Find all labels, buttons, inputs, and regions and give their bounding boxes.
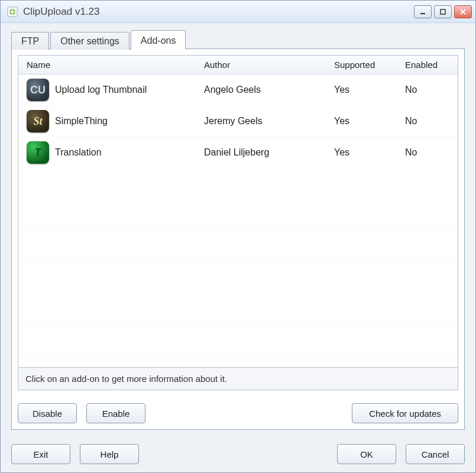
close-button[interactable] [454, 5, 472, 18]
ok-button[interactable]: OK [337, 444, 396, 464]
exit-button[interactable]: Exit [11, 444, 70, 464]
maximize-button[interactable] [434, 5, 452, 18]
addon-actions: Disable Enable Check for updates [18, 403, 458, 423]
addon-supported: Yes [326, 116, 397, 127]
titlebar[interactable]: ClipUpload v1.23 [1, 1, 475, 23]
info-bar: Click on an add-on to get more informati… [18, 368, 458, 390]
addon-icon: T [27, 141, 49, 164]
tab-addons[interactable]: Add-ons [131, 30, 186, 50]
addon-author: Angelo Geels [196, 85, 326, 95]
dialog-footer: Exit Help OK Cancel [1, 438, 475, 472]
minimize-button[interactable] [414, 5, 432, 18]
app-icon [7, 6, 18, 18]
addon-author: Jeremy Geels [196, 116, 326, 127]
addons-panel: Name Author Supported Enabled CU Upload … [11, 48, 465, 430]
svg-rect-2 [420, 13, 425, 14]
addon-supported: Yes [326, 85, 397, 95]
addons-listview: Name Author Supported Enabled CU Upload … [18, 55, 458, 368]
addon-icon: St [27, 110, 49, 132]
svg-rect-3 [441, 9, 445, 14]
tabstrip: FTP Other settings Add-ons [11, 30, 465, 49]
addon-author: Daniel Liljeberg [196, 147, 326, 158]
listview-header: Name Author Supported Enabled [18, 56, 458, 74]
addon-supported: Yes [326, 147, 397, 158]
addon-name: SimpleThing [55, 116, 108, 127]
addon-enabled: No [397, 116, 458, 127]
enable-button[interactable]: Enable [86, 403, 145, 423]
column-header-supported[interactable]: Supported [326, 60, 397, 70]
addon-enabled: No [397, 85, 458, 95]
app-window: ClipUpload v1.23 FTP Other settings Add-… [0, 0, 476, 473]
addon-name: Upload log Thumbnail [55, 85, 147, 95]
help-button[interactable]: Help [80, 444, 139, 464]
listview-body[interactable]: CU Upload log Thumbnail Angelo Geels Yes… [18, 74, 458, 367]
window-title: ClipUpload v1.23 [23, 6, 414, 18]
column-header-enabled[interactable]: Enabled [397, 60, 458, 70]
addon-name: Translation [55, 147, 102, 158]
disable-button[interactable]: Disable [18, 403, 77, 423]
list-item[interactable]: St SimpleThing Jeremy Geels Yes No [18, 106, 458, 137]
list-item[interactable]: T Translation Daniel Liljeberg Yes No [18, 137, 458, 169]
tab-other-settings[interactable]: Other settings [50, 32, 129, 50]
addon-enabled: No [397, 147, 458, 158]
column-header-author[interactable]: Author [196, 60, 326, 70]
tab-ftp[interactable]: FTP [11, 32, 49, 50]
addon-icon: CU [27, 79, 49, 101]
cancel-button[interactable]: Cancel [406, 444, 465, 464]
list-item[interactable]: CU Upload log Thumbnail Angelo Geels Yes… [18, 74, 458, 106]
window-controls [414, 5, 472, 18]
check-updates-button[interactable]: Check for updates [352, 403, 458, 423]
client-area: FTP Other settings Add-ons Name Author S… [1, 23, 475, 438]
column-header-name[interactable]: Name [18, 60, 196, 70]
